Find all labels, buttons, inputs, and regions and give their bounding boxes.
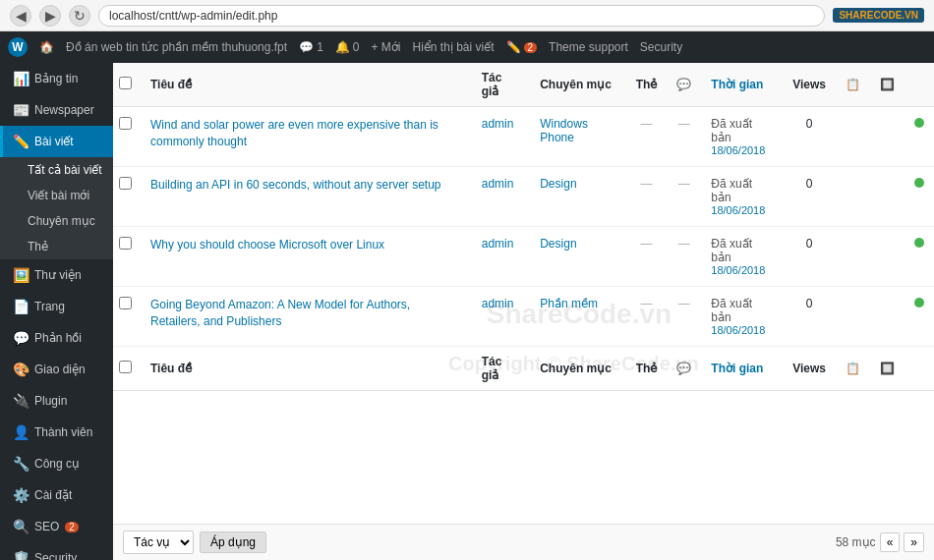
sidebar-item-plugin[interactable]: 🔌 Plugin <box>0 385 113 417</box>
row-tags-cell: — <box>626 167 668 227</box>
row-dot-cell <box>905 167 934 227</box>
sidebar-item-thu-vien[interactable]: 🖼️ Thư viện <box>0 259 113 291</box>
home-icon[interactable]: 🏠 <box>39 40 54 54</box>
row-title-cell: Wind and solar power are even more expen… <box>141 107 472 167</box>
row-title-cell: Building an API in 60 seconds, without a… <box>141 167 472 227</box>
bulk-action-select[interactable]: Tác vụ <box>123 531 194 554</box>
row-icon1-cell <box>836 287 870 347</box>
wp-admin-bar: W 🏠 Đồ án web tin tức phần mềm thuhuong.… <box>0 31 934 63</box>
post-title-link[interactable]: Building an API in 60 seconds, without a… <box>150 178 441 192</box>
row-author-cell: admin <box>472 227 530 287</box>
security-link[interactable]: Security <box>640 40 682 54</box>
row-dot-cell <box>905 287 934 347</box>
row-checkbox-cell[interactable] <box>113 227 141 287</box>
view-posts-link[interactable]: Hiển thị bài viết <box>413 40 495 54</box>
prev-page-button[interactable]: « <box>880 532 901 552</box>
row-date: 18/06/2018 <box>711 324 773 336</box>
col-icon2-header: 🔲 <box>870 63 905 107</box>
table-row: Going Beyond Amazon: A New Model for Aut… <box>113 287 934 347</box>
select-all-checkbox[interactable] <box>119 77 132 89</box>
date-column-header[interactable]: Thời gian <box>701 63 783 107</box>
category-link[interactable]: Phần mềm <box>540 297 598 310</box>
sidebar-item-seo[interactable]: 🔍 SEO 2 <box>0 511 113 542</box>
row-icon2-cell <box>870 287 905 347</box>
row-comment-cell: — <box>667 167 701 227</box>
row-icon1-cell <box>836 227 870 287</box>
select-all-footer[interactable] <box>113 347 141 391</box>
back-button[interactable]: ◀ <box>10 5 31 27</box>
new-button[interactable]: + Mới <box>372 40 401 54</box>
row-dot-cell <box>905 107 934 167</box>
sidebar-item-bang-tin[interactable]: 📊 Bảng tin <box>0 63 113 94</box>
row-checkbox-cell[interactable] <box>113 287 141 347</box>
sidebar-item-thanh-vien[interactable]: 👤 Thành viên <box>0 417 113 448</box>
select-all-checkbox-footer[interactable] <box>119 361 132 373</box>
wp-logo: W <box>8 37 28 57</box>
row-category-cell: Phần mềm <box>530 287 625 347</box>
row-tags-cell: — <box>626 107 668 167</box>
url-bar[interactable]: localhost/cntt/wp-admin/edit.php <box>98 5 825 27</box>
shield-icon: 🛡️ <box>13 550 29 560</box>
row-status-cell: Đã xuất bản18/06/2018 <box>701 167 783 227</box>
refresh-button[interactable]: ↻ <box>69 5 90 27</box>
row-checkbox-cell[interactable] <box>113 167 141 227</box>
category-link[interactable]: Design <box>540 237 576 251</box>
row-tags-cell: — <box>626 287 668 347</box>
sidebar-sub-item-viet-moi[interactable]: Viết bài mới <box>18 183 113 208</box>
row-checkbox[interactable] <box>119 117 132 130</box>
site-name[interactable]: Đồ án web tin tức phần mềm thuhuong.fpt <box>66 40 287 54</box>
apply-button[interactable]: Áp dụng <box>200 532 266 553</box>
sidebar-item-giao-dien[interactable]: 🎨 Giao diện <box>0 354 113 385</box>
sidebar-item-label: Trang <box>34 300 65 313</box>
tags-footer: Thẻ <box>626 347 668 391</box>
author-footer: Tác giả <box>472 347 530 391</box>
row-checkbox[interactable] <box>119 297 132 309</box>
pages-icon: 📄 <box>13 299 29 314</box>
forward-button[interactable]: ▶ <box>39 5 61 27</box>
sidebar-sub-item-chuyen-muc[interactable]: Chuyên mục <box>18 208 113 234</box>
category-link[interactable]: Design <box>540 177 576 191</box>
sidebar-item-bai-viet[interactable]: ✏️ Bài viết <box>0 126 113 157</box>
sidebar-item-label: Thư viện <box>34 268 82 282</box>
author-link[interactable]: admin <box>482 117 514 131</box>
author-link[interactable]: admin <box>482 177 514 191</box>
sidebar-item-cai-dat[interactable]: ⚙️ Cài đặt <box>0 479 113 511</box>
sidebar-item-trang[interactable]: 📄 Trang <box>0 291 113 322</box>
post-title-link[interactable]: Why you should choose Microsoft over Lin… <box>150 238 384 252</box>
date-footer: Thời gian <box>701 347 783 391</box>
sidebar-sub-item-tat-ca[interactable]: Tất cả bài viết <box>18 157 113 183</box>
post-title-link[interactable]: Wind and solar power are even more expen… <box>150 118 438 148</box>
status-dot <box>914 298 924 308</box>
sidebar-item-label: Cài đặt <box>34 488 72 502</box>
row-status-cell: Đã xuất bản18/06/2018 <box>701 227 783 287</box>
row-category-cell: Design <box>530 167 625 227</box>
comment-footer: 💬 <box>667 347 701 391</box>
row-checkbox[interactable] <box>119 237 132 250</box>
author-link[interactable]: admin <box>482 297 514 310</box>
sidebar-item-security[interactable]: 🛡️ Security <box>0 542 113 560</box>
sidebar-item-label: Bảng tin <box>34 72 78 85</box>
users-icon: 👤 <box>13 424 29 440</box>
sidebar-item-newspaper[interactable]: 📰 Newspaper <box>0 94 113 126</box>
row-date: 18/06/2018 <box>711 204 773 216</box>
category-footer: Chuyên mục <box>530 347 625 391</box>
title-column-header[interactable]: Tiêu đề <box>141 63 472 107</box>
sidebar-sub-item-the[interactable]: Thẻ <box>18 234 113 259</box>
posts-icon: ✏️ <box>13 134 29 149</box>
select-all-header[interactable] <box>113 63 141 107</box>
row-checkbox-cell[interactable] <box>113 107 141 167</box>
theme-support-link[interactable]: Theme support <box>549 40 628 54</box>
row-comment-cell: — <box>667 107 701 167</box>
post-title-link[interactable]: Going Beyond Amazon: A New Model for Aut… <box>150 298 410 328</box>
url-text: localhost/cntt/wp-admin/edit.php <box>109 9 277 23</box>
author-link[interactable]: admin <box>482 237 514 251</box>
pagination-group: 58 mục « » <box>836 532 924 552</box>
sidebar-item-cong-cu[interactable]: 🔧 Công cụ <box>0 448 113 479</box>
sidebar-item-label: Phản hồi <box>34 331 82 345</box>
category-link[interactable]: Windows Phone <box>540 117 588 144</box>
sidebar-item-phan-hoi[interactable]: 💬 Phản hồi <box>0 322 113 354</box>
next-page-button[interactable]: » <box>904 532 924 552</box>
dashboard-icon: 📊 <box>13 71 29 86</box>
sidebar-item-label: Giao diện <box>34 363 86 376</box>
row-checkbox[interactable] <box>119 177 132 190</box>
